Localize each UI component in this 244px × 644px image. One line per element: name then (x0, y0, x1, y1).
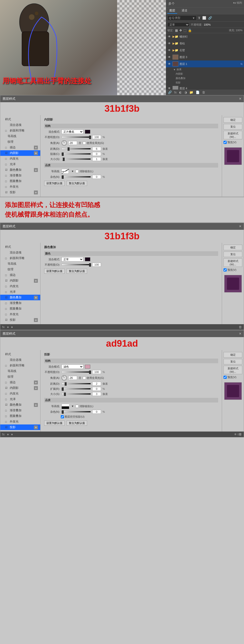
remove-jagged-label-1[interactable]: 消除锯齿(L) (76, 170, 93, 173)
style-outer-glow-3[interactable]: □ 外发光 (0, 419, 40, 424)
curve-dropdown-icon[interactable]: ▼ (71, 170, 74, 173)
style-gradient-overlay-1[interactable]: □ 渐变叠加 (0, 173, 40, 178)
blend-color-swatch-1[interactable] (85, 130, 90, 134)
layer-骨柱[interactable]: 👁 ▶📁 骨柱 (166, 40, 244, 47)
noise-slider-1[interactable] (62, 176, 91, 178)
angle-input-3[interactable]: -26 (68, 376, 77, 380)
block-slider-1[interactable] (62, 153, 91, 155)
color-overlay-add-btn[interactable]: + (34, 168, 38, 172)
reset-default-btn-1[interactable]: 复位为默认值 (66, 181, 87, 186)
reset-default-btn-2[interactable]: 复位为默认值 (66, 268, 87, 274)
distance-value-3[interactable]: 2 (92, 382, 101, 386)
channels-tab[interactable]: 通道 (180, 8, 189, 14)
layer-螺丝钉[interactable]: 👁 ▶📁 螺丝钉 (166, 33, 244, 40)
eye-icon-图层4[interactable]: 👁 (168, 86, 171, 90)
style-inner-shadow-2[interactable]: ☑ 内阴影 + (0, 278, 40, 284)
size-value-1[interactable]: 1 (92, 157, 101, 161)
color-overlay-add-btn-3[interactable]: + (34, 403, 38, 407)
style-pattern-overlay-2[interactable]: □ 图案叠加 (0, 306, 40, 312)
contour-curve-1[interactable] (62, 169, 69, 174)
confirm-btn-1[interactable]: 确定 (224, 117, 242, 123)
drop-shadow-add-btn-2[interactable]: + (34, 318, 38, 322)
style-stroke-3[interactable]: □ 描边 + (0, 380, 40, 385)
preview-check-2[interactable] (224, 268, 227, 272)
style-satin-1[interactable]: □ 光泽 (0, 162, 40, 167)
contour-curve-3[interactable] (62, 404, 69, 408)
style-texture-2[interactable]: 纹理 (0, 267, 40, 272)
reset-btn-1[interactable]: 复位 (224, 124, 242, 130)
expand-slider-3[interactable] (62, 388, 91, 390)
layer-knockout-check[interactable] (61, 415, 64, 418)
angle-input-1[interactable]: -20 (68, 141, 77, 145)
set-default-btn-1[interactable]: 设置为默认值 (44, 181, 65, 186)
preview-check-3[interactable] (224, 376, 227, 379)
fill-label[interactable]: 填充: 100% (229, 28, 242, 32)
distance-slider-1[interactable] (62, 148, 91, 150)
style-blend-options-3[interactable]: 混合选项 (0, 357, 40, 363)
noise-value-1[interactable]: 0 (92, 175, 101, 179)
style-drop-shadow-1[interactable]: ☑ 投影 + (0, 190, 40, 195)
style-color-overlay-1[interactable]: ☑ 颜色叠加 + (0, 167, 40, 173)
dialog1-close-btn[interactable]: × (239, 96, 241, 101)
reset-default-btn-3[interactable]: 复位为默认值 (66, 420, 87, 426)
use-global-check-3[interactable] (83, 376, 86, 380)
layers-tab[interactable]: 图层 (168, 8, 177, 14)
diamond2-icon-d3[interactable]: ♦ (11, 432, 13, 436)
size-slider-3[interactable] (62, 393, 91, 395)
blend-mode-select-1[interactable]: 正片叠底 (62, 130, 84, 134)
style-blend-options-2[interactable]: 混合选项 (0, 250, 40, 256)
style-gradient-overlay-2[interactable]: □ 渐变叠加 (0, 300, 40, 306)
style-drop-shadow-2[interactable]: ☑ 投影 + (0, 317, 40, 323)
lock-all-icon[interactable]: 🔒 (188, 28, 192, 32)
angle-dial-1[interactable] (62, 140, 67, 146)
dialog3-close-btn[interactable]: × (239, 332, 241, 336)
folder-bottom-icon[interactable]: 📁 (189, 90, 193, 94)
diamond-icon-d3[interactable]: ♦ (7, 432, 9, 436)
layer-knockout-label[interactable]: 图层挖空投影(U) (44, 415, 84, 418)
style-drop-shadow-3[interactable]: ☑ 投影 + (0, 424, 40, 430)
color-overlay-add-btn-2[interactable]: + (34, 296, 38, 300)
style-contour-2[interactable]: 等高线 (0, 261, 40, 267)
noise-value-3[interactable]: 0 (92, 410, 101, 414)
new-style-btn-2[interactable]: 新建样式(W)... (224, 258, 242, 267)
fx-icon-d3[interactable]: fx (2, 432, 5, 436)
confirm-btn-3[interactable]: 确定 (224, 352, 242, 358)
panel-menu-icon[interactable]: 多个 (168, 1, 175, 6)
style-satin-3[interactable]: □ 光泽 (0, 396, 40, 402)
style-bevel-1[interactable]: □ 斜面和浮雕 (0, 128, 40, 134)
layer-石臂[interactable]: 👁 ▶📁 石臂 (166, 47, 244, 54)
adjustment-bottom-icon[interactable]: ◑ (184, 90, 187, 94)
angle-dial-3[interactable] (62, 375, 67, 380)
new-layer-bottom-icon[interactable]: 📄 (196, 90, 200, 94)
preview-row-3[interactable]: 预览(V) (224, 376, 242, 379)
eye-icon-图层3[interactable]: 👁 (168, 55, 171, 59)
reset-btn-3[interactable]: 复位 (224, 359, 242, 364)
inner-shadow-add-btn-3[interactable]: + (34, 386, 38, 390)
curve-dropdown-icon-3[interactable]: ▼ (71, 405, 74, 408)
inner-shadow-add-btn-2[interactable]: + (34, 279, 38, 283)
style-outer-glow-1[interactable]: □ 外发光 (0, 184, 40, 190)
drop-shadow-add-btn-3[interactable]: + (34, 426, 38, 429)
preview-check-1[interactable] (224, 141, 227, 144)
stroke-add-btn-3[interactable]: + (34, 380, 38, 384)
opacity-value-1[interactable]: 100 (92, 135, 101, 139)
style-contour-1[interactable]: 等高线 (0, 134, 40, 139)
diamond-icon-d2[interactable]: ♦ (7, 325, 9, 329)
distance-value-1[interactable]: 6 (92, 147, 101, 151)
style-inner-shadow-3[interactable]: ☑ 内阴影 + (0, 385, 40, 391)
style-pattern-overlay-1[interactable]: □ 图案叠加 (0, 178, 40, 184)
layer-search-box[interactable]: Q Q 类型 ▼ (168, 15, 197, 20)
opacity-value-3[interactable]: 100 (92, 370, 101, 374)
expand-value-3[interactable]: 0 (92, 387, 101, 391)
inner-shadow-add-btn[interactable]: + (34, 151, 38, 155)
use-global-check-1[interactable] (83, 142, 86, 145)
blend-mode-select[interactable]: 正常 (168, 22, 189, 27)
blend-color-swatch-3[interactable] (85, 365, 90, 368)
remove-jagged-check-3[interactable] (76, 405, 78, 408)
blend-mode-select-2[interactable]: 正常 (62, 257, 84, 262)
reset-btn-2[interactable]: 复位 (224, 252, 242, 257)
new-style-btn-3[interactable]: 新建样式(W)... (224, 366, 242, 374)
opacity-slider-2[interactable] (62, 264, 91, 266)
style-satin-2[interactable]: □ 光泽 (0, 289, 40, 295)
lock-icon[interactable]: ⬜ (202, 16, 207, 20)
